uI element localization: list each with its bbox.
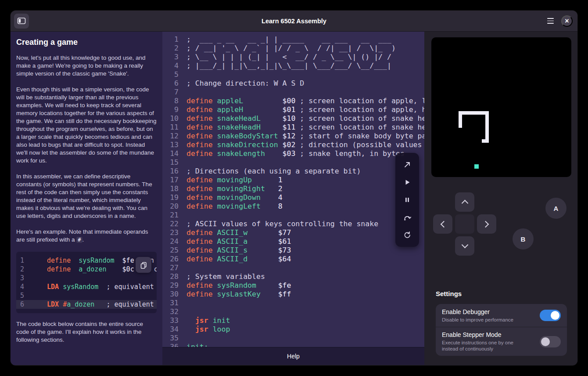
source-editor[interactable]: 1; ___ _ __ __ _| | _____ __ ___ __ ___2…	[162, 32, 424, 347]
settings-heading: Settings	[436, 290, 462, 297]
line-number: 12	[162, 132, 179, 141]
toggle-knob	[541, 337, 550, 346]
toggle-knob	[551, 311, 559, 320]
step-button[interactable]	[398, 209, 416, 226]
tutorial-paragraph: Now, let's put all this knowledge to goo…	[16, 54, 157, 78]
copy-code-button[interactable]	[136, 257, 151, 273]
a-button[interactable]: A	[545, 198, 566, 219]
game-screen	[431, 37, 571, 177]
settings-row-debugger[interactable]: Enable Debugger Disable to improve perfo…	[436, 304, 567, 327]
example-code-block: 1define sysRandom $fe ; an address2defin…	[16, 252, 157, 313]
line-number: 8	[162, 97, 179, 105]
inline-code-hash: #	[76, 237, 82, 243]
arrow-right-icon	[482, 221, 489, 228]
titlebar: Learn 6502 Assembly ×	[11, 11, 577, 32]
tutorial-paragraph: In this assembler, we can define descrip…	[16, 173, 157, 220]
example-intro-text: .	[82, 236, 84, 243]
code-line: 3; \__ \ | | | (_| | < __/ / _ \__ \| ()…	[162, 53, 424, 61]
line-number: 22	[162, 220, 179, 228]
tutorial-panel[interactable]: Creating a game Now, let's put all this …	[11, 32, 162, 365]
line-number: 33	[162, 316, 179, 325]
code-line: 34 jsr loop	[162, 325, 424, 334]
line-number: 7	[162, 88, 179, 97]
line-number: 1	[16, 256, 39, 265]
code-line: 19define movingDown 4	[162, 193, 424, 202]
code-line: 31	[162, 299, 424, 307]
line-number: 11	[162, 123, 179, 132]
line-number: 3	[16, 274, 39, 282]
snake-segment	[482, 139, 485, 143]
b-button[interactable]: B	[513, 228, 534, 249]
line-number: 24	[162, 237, 179, 246]
code-line: 10define snakeHeadL $10 ; screen locatio…	[162, 114, 424, 123]
line-number: 28	[162, 272, 179, 281]
code-line: 13define snakeDirection $02 ; direction …	[162, 141, 424, 149]
code-line: 4LDA sysRandom ; equivalent to "LDA $fe"	[16, 282, 157, 291]
game-panel: A B Settings Enable Debugger Disable to …	[424, 32, 577, 365]
line-number: 29	[162, 281, 179, 290]
code-line: 20define movingLeft 8	[162, 202, 424, 211]
code-line: 21	[162, 211, 424, 220]
assemble-icon	[403, 160, 412, 169]
app-window: Learn 6502 Assembly × Creating a game No…	[11, 11, 577, 365]
sidebar-toggle-button[interactable]	[14, 14, 29, 29]
code-line: 26define ASCII_d $64	[162, 255, 424, 264]
close-button[interactable]: ×	[561, 15, 573, 27]
dpad-right-button[interactable]	[477, 214, 496, 234]
code-line: 35	[162, 334, 424, 343]
line-number: 34	[162, 325, 179, 334]
code-line: 17define movingUp 1	[162, 176, 424, 184]
stepper-toggle[interactable]	[540, 336, 561, 347]
menu-button[interactable]	[543, 14, 558, 29]
help-label: Help	[287, 353, 300, 360]
code-line: 9define appleH $01 ; screen location of …	[162, 105, 424, 114]
example-intro: Here's an example. Note that immediate o…	[16, 228, 157, 244]
line-number: 1	[162, 35, 179, 44]
line-number: 6	[16, 300, 39, 309]
code-line: 23define ASCII_w $77	[162, 228, 424, 237]
row-title: Enable Debugger	[442, 308, 535, 315]
close-icon: ×	[565, 18, 569, 25]
tutorial-paragraph: The code block below contains the entire…	[16, 320, 157, 344]
code-line: 6LDX #a_dozen ; equivalent to "LDX #$0c"	[16, 300, 157, 309]
line-number: 9	[162, 105, 179, 114]
help-button[interactable]: Help	[162, 347, 424, 365]
step-over-icon	[403, 213, 412, 222]
line-number: 15	[162, 158, 179, 167]
code-line: 28; System variables	[162, 272, 424, 281]
copy-icon	[140, 261, 147, 269]
code-line: 33 jsr init	[162, 316, 424, 325]
play-icon	[403, 178, 412, 187]
apple	[474, 164, 479, 169]
code-line: 12define snakeBodyStart $12 ; start of s…	[162, 132, 424, 141]
assemble-button[interactable]	[398, 156, 416, 174]
code-line: 29define sysRandom $fe	[162, 281, 424, 290]
code-line: 7	[162, 88, 424, 97]
code-line: 30define sysLastKey $ff	[162, 290, 424, 299]
pause-button[interactable]	[398, 191, 416, 209]
pause-icon	[403, 195, 412, 204]
code-line: 18define movingRight 2	[162, 184, 424, 193]
reset-button[interactable]	[398, 226, 416, 244]
code-line: 5	[162, 70, 424, 79]
dpad-up-button[interactable]	[455, 192, 474, 212]
dpad-center	[455, 214, 474, 234]
settings-row-stepper[interactable]: Enable Stepper Mode Execute instructions…	[436, 327, 567, 356]
line-number: 14	[162, 149, 179, 158]
line-number: 35	[162, 334, 179, 343]
line-number: 26	[162, 255, 179, 264]
dpad-down-button[interactable]	[455, 236, 474, 256]
row-text: Enable Debugger Disable to improve perfo…	[442, 308, 540, 323]
sidebar-toggle-icon	[17, 17, 26, 25]
editor-column: 1; ___ _ __ __ _| | _____ __ ___ __ ___2…	[162, 32, 424, 365]
code-line: 2; / __| '_ \ / _` | |/ / _ \ / /| __| /…	[162, 44, 424, 53]
code-line: 11define snakeHeadH $11 ; screen locatio…	[162, 123, 424, 132]
line-number: 2	[162, 44, 179, 53]
line-number: 30	[162, 290, 179, 299]
run-button[interactable]	[398, 174, 416, 191]
debugger-toggle[interactable]	[540, 310, 561, 321]
dpad-left-button[interactable]	[433, 214, 452, 234]
code-line: 25define ASCII_s $73	[162, 246, 424, 255]
line-number: 17	[162, 176, 179, 184]
code-line: 14define snakeLength $03 ; snake length,…	[162, 149, 424, 158]
